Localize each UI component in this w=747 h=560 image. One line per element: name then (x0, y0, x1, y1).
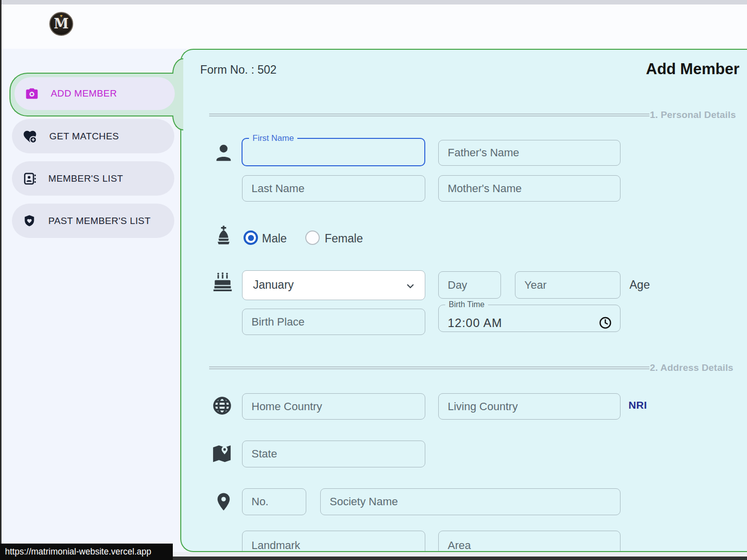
gender-label-female[interactable]: Female (325, 232, 363, 245)
connector-fillet-bottom (172, 115, 183, 130)
shield-heart-icon (22, 214, 36, 228)
birth-day-input[interactable] (438, 271, 501, 299)
map-icon (210, 442, 234, 465)
house-no-input[interactable] (242, 488, 306, 515)
first-name-label: First Name (249, 133, 297, 143)
age-label: Age (629, 278, 650, 292)
sidebar-item-label: PAST MEMBER'S LIST (48, 216, 150, 226)
sidebar-item-past-members-list[interactable]: PAST MEMBER'S LIST (12, 204, 174, 238)
window-top-strip (0, 0, 747, 4)
birth-month-value: January (253, 278, 294, 292)
birth-year-input[interactable] (515, 271, 621, 299)
logo-monogram: M (50, 16, 72, 31)
gender-label-male[interactable]: Male (262, 232, 287, 245)
birth-month-select[interactable]: January (242, 270, 425, 300)
clock-icon[interactable] (599, 316, 612, 330)
birth-place-input[interactable] (242, 309, 425, 335)
chevron-down-icon (405, 281, 416, 292)
app-header (0, 4, 747, 49)
mother-name-input[interactable] (438, 175, 621, 202)
globe-icon (212, 395, 233, 416)
society-name-input[interactable] (320, 488, 621, 515)
radio-dot (248, 235, 254, 241)
birth-time-field[interactable]: Birth Time 12:00 AM (438, 300, 621, 332)
person-icon (212, 141, 235, 164)
heart-plus-icon (22, 129, 37, 144)
birth-time-value: 12:00 AM (448, 316, 502, 330)
gender-radio-female[interactable] (305, 230, 320, 245)
status-url-bar: https://matrimonial-website.vercel.app (0, 544, 173, 560)
first-name-field[interactable]: First Name (242, 133, 425, 166)
page-title: Add Member (646, 60, 740, 78)
home-country-input[interactable] (242, 393, 425, 420)
birth-time-label: Birth Time (445, 300, 488, 309)
location-pin-icon (213, 490, 234, 514)
nri-label: NRI (628, 399, 647, 411)
add-member-panel: Form No. : 502 Add Member 1. Personal De… (180, 49, 747, 552)
contact-card-icon (22, 172, 36, 186)
landmark-input[interactable] (242, 531, 425, 552)
section-legend-personal: 1. Personal Details (650, 110, 736, 120)
app-logo: ♥ M (49, 12, 73, 36)
status-url: https://matrimonial-website.vercel.app (5, 547, 151, 557)
last-name-input[interactable] (242, 175, 425, 202)
sidebar-item-get-matches[interactable]: GET MATCHES (12, 119, 174, 153)
section-divider (209, 113, 649, 116)
window-left-edge (0, 0, 1, 560)
connector-fillet-top (172, 58, 183, 74)
section-legend-address: 2. Address Details (650, 362, 734, 373)
birthday-cake-icon (212, 272, 234, 294)
sidebar-item-label: MEMBER'S LIST (48, 173, 123, 184)
sidebar-item-add-member[interactable]: ADD MEMBER (14, 77, 175, 110)
first-name-input[interactable] (243, 143, 424, 161)
living-country-input[interactable] (438, 393, 621, 420)
sidebar-item-label: GET MATCHES (49, 131, 119, 142)
gender-radio-male[interactable] (244, 230, 258, 245)
area-input[interactable] (438, 531, 621, 552)
section-divider (209, 366, 649, 369)
father-name-input[interactable] (438, 140, 621, 166)
camera-icon (25, 87, 39, 101)
form-number: Form No. : 502 (200, 63, 276, 77)
crown-icon (213, 225, 235, 247)
state-input[interactable] (242, 441, 425, 467)
sidebar-item-label: ADD MEMBER (51, 88, 117, 99)
sidebar-item-members-list[interactable]: MEMBER'S LIST (12, 161, 174, 196)
